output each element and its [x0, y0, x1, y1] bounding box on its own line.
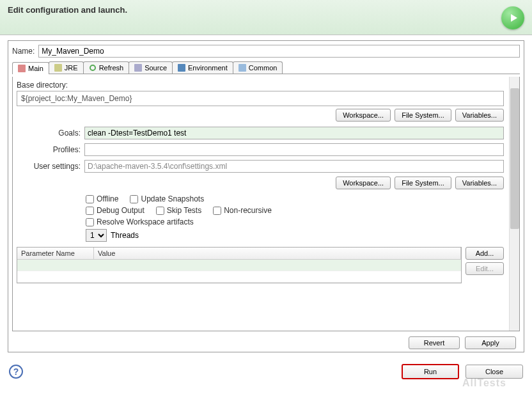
common-tab-icon: [239, 64, 246, 72]
revert-button[interactable]: Revert: [409, 336, 460, 349]
filesystem-button-2[interactable]: File System...: [395, 177, 451, 189]
name-label: Name:: [12, 47, 35, 56]
filesystem-button[interactable]: File System...: [395, 109, 451, 122]
workspace-button[interactable]: Workspace...: [336, 109, 391, 122]
profiles-label: Profiles:: [17, 145, 81, 154]
tab-refresh[interactable]: Refresh: [83, 61, 130, 74]
table-row[interactable]: [17, 271, 461, 283]
user-settings-label: User settings:: [17, 162, 81, 171]
footer-buttons: Run Close: [402, 364, 523, 379]
run-button[interactable]: Run: [402, 364, 459, 379]
user-settings-row: User settings:: [17, 160, 504, 173]
help-icon[interactable]: ?: [9, 365, 23, 379]
param-buttons: Add... Edit...: [465, 247, 504, 283]
user-settings-input[interactable]: [84, 160, 504, 173]
run-header-icon: [501, 6, 524, 29]
variables-button-2[interactable]: Variables...: [455, 177, 504, 189]
goals-row: Goals:: [17, 127, 504, 139]
name-row: Name:: [12, 45, 520, 58]
table-row[interactable]: [17, 260, 461, 271]
environment-tab-icon: [178, 64, 185, 72]
tab-bar: Main JRE Refresh Source: [12, 61, 520, 74]
tab-jre[interactable]: JRE: [49, 61, 84, 74]
svg-rect-1: [54, 64, 62, 72]
svg-rect-0: [18, 65, 26, 72]
variables-button[interactable]: Variables...: [455, 109, 504, 122]
goals-input[interactable]: [84, 127, 504, 139]
edit-param-button: Edit...: [465, 262, 504, 275]
param-table-header: Parameter Name Value: [17, 248, 461, 260]
svg-rect-4: [178, 64, 185, 72]
jre-tab-icon: [54, 64, 62, 72]
skip-tests-check[interactable]: Skip Tests: [156, 206, 201, 215]
non-recursive-check[interactable]: Non-recursive: [213, 206, 272, 215]
header-title: Edit configuration and launch.: [8, 5, 127, 15]
svg-rect-5: [239, 64, 246, 72]
debug-output-check[interactable]: Debug Output: [86, 206, 145, 215]
param-col-value: Value: [94, 248, 461, 259]
tab-environment[interactable]: Environment: [172, 61, 233, 74]
revert-apply-row: Revert Apply: [12, 336, 520, 349]
usersettings-btn-row: Workspace... File System... Variables...: [17, 177, 504, 189]
update-snapshots-check[interactable]: Update Snapshots: [130, 194, 204, 203]
dialog-header: Edit configuration and launch.: [0, 0, 532, 35]
check-row-1: Offline Update Snapshots: [86, 194, 504, 203]
scrollbar[interactable]: [509, 77, 519, 331]
check-row-2: Debug Output Skip Tests Non-recursive: [86, 206, 504, 215]
check-row-3: Resolve Workspace artifacts: [86, 217, 504, 226]
add-param-button[interactable]: Add...: [465, 247, 504, 260]
tab-source[interactable]: Source: [129, 61, 173, 74]
param-table-body: [17, 260, 461, 283]
source-tab-icon: [134, 64, 142, 72]
dialog-footer: ? Run Close AllTests: [0, 358, 532, 386]
goals-label: Goals:: [17, 129, 81, 138]
tab-main-body: Base directory: ${project_loc:My_Maven_D…: [12, 77, 520, 331]
close-button[interactable]: Close: [465, 365, 523, 379]
offline-check[interactable]: Offline: [86, 194, 118, 203]
svg-point-2: [90, 65, 95, 70]
apply-button[interactable]: Apply: [465, 336, 516, 349]
tab-common[interactable]: Common: [233, 61, 283, 74]
threads-label: Threads: [111, 231, 139, 240]
config-panel: Name: Main JRE Refresh: [8, 40, 524, 352]
name-input[interactable]: [38, 45, 520, 58]
profiles-input[interactable]: [84, 143, 504, 156]
profiles-row: Profiles:: [17, 143, 504, 156]
parameters-table[interactable]: Parameter Name Value: [17, 247, 462, 283]
param-col-name: Parameter Name: [17, 248, 94, 259]
workspace-button-2[interactable]: Workspace...: [336, 177, 391, 189]
basedir-btn-row: Workspace... File System... Variables...: [17, 109, 504, 122]
tab-main[interactable]: Main: [12, 62, 49, 74]
refresh-tab-icon: [89, 64, 97, 72]
basedir-label: Base directory:: [17, 81, 504, 90]
parameters-area: Parameter Name Value Add... Edit...: [17, 247, 504, 283]
basedir-input[interactable]: ${project_loc:My_Maven_Demo}: [17, 91, 504, 106]
threads-select[interactable]: 1: [86, 229, 107, 242]
scrollbar-thumb[interactable]: [510, 88, 519, 229]
resolve-workspace-check[interactable]: Resolve Workspace artifacts: [86, 217, 194, 226]
svg-rect-3: [134, 64, 142, 72]
threads-row: 1 Threads: [86, 229, 504, 242]
main-tab-icon: [18, 65, 26, 72]
content-area: Name: Main JRE Refresh: [0, 35, 532, 358]
